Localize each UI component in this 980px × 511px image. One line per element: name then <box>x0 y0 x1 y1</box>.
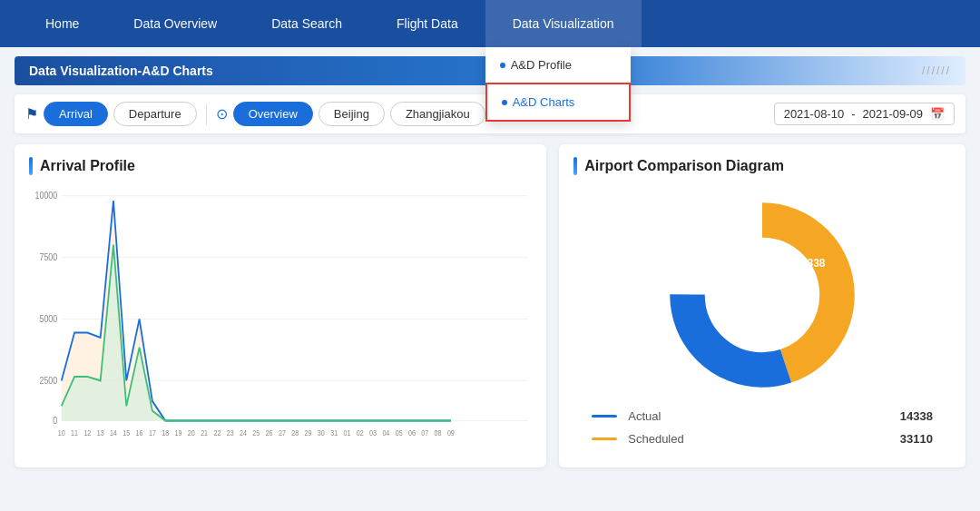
svg-text:14338: 14338 <box>795 257 826 270</box>
airport-chart-card: Airport Comparison Diagram <box>559 144 965 467</box>
svg-marker-11 <box>62 245 528 421</box>
svg-text:31: 31 <box>330 428 338 437</box>
donut-chart-wrapper: 33110 14338 Actual 14338 Scheduled 33110 <box>573 186 951 455</box>
airport-title-bar-decoration <box>573 157 577 175</box>
svg-text:24: 24 <box>240 428 247 437</box>
dropdown-ad-charts[interactable]: A&D Charts <box>485 83 631 122</box>
zhangjiakou-btn[interactable]: Zhangjiakou <box>390 102 485 126</box>
date-range-picker[interactable]: 2021-08-10 - 2021-09-09 📅 <box>774 103 955 125</box>
svg-text:2500: 2500 <box>39 375 57 386</box>
ad-profile-dot <box>500 63 505 68</box>
ad-charts-label: A&D Charts <box>513 95 575 109</box>
arrival-chart-title: Arrival Profile <box>29 157 532 175</box>
legend-scheduled-value: 33110 <box>900 432 933 446</box>
donut-svg: 33110 14338 <box>662 195 862 395</box>
flag-icon: ⚑ <box>25 105 38 123</box>
svg-text:20: 20 <box>188 428 195 437</box>
page-title-right-decoration: ////// <box>922 64 951 77</box>
svg-text:33110: 33110 <box>724 310 758 323</box>
chart-legend: Actual 14338 Scheduled 33110 <box>573 409 951 446</box>
nav-home[interactable]: Home <box>18 0 106 47</box>
svg-text:04: 04 <box>382 428 389 437</box>
svg-text:08: 08 <box>435 428 442 437</box>
svg-text:25: 25 <box>252 428 260 437</box>
svg-text:29: 29 <box>305 428 312 437</box>
svg-text:30: 30 <box>318 428 325 437</box>
nav-data-search[interactable]: Data Search <box>244 0 369 47</box>
nav-dropdown: A&D Profile A&D Charts <box>485 47 631 122</box>
arrival-chart-title-text: Arrival Profile <box>40 158 135 174</box>
location-icon: ⊙ <box>216 105 228 123</box>
departure-btn[interactable]: Departure <box>113 102 197 126</box>
svg-text:27: 27 <box>279 428 286 437</box>
airport-chart-title-text: Airport Comparison Diagram <box>584 158 784 174</box>
legend-scheduled-line <box>592 437 617 440</box>
overview-btn[interactable]: Overview <box>233 102 313 126</box>
svg-text:12: 12 <box>83 428 91 437</box>
ad-charts-dot <box>502 100 507 105</box>
arrival-btn[interactable]: Arrival <box>44 102 108 126</box>
top-navigation: Home Data Overview Data Search Flight Da… <box>0 0 980 47</box>
svg-text:5000: 5000 <box>39 313 57 324</box>
date-separator: - <box>851 107 855 121</box>
legend-actual-label: Actual <box>628 409 889 423</box>
svg-text:01: 01 <box>343 428 350 437</box>
nav-data-overview[interactable]: Data Overview <box>106 0 244 47</box>
calendar-icon: 📅 <box>930 107 945 121</box>
svg-text:22: 22 <box>213 428 220 437</box>
date-end: 2021-09-09 <box>863 107 924 121</box>
arrival-title-bar-decoration <box>29 157 33 175</box>
svg-text:14: 14 <box>110 428 117 437</box>
svg-text:07: 07 <box>421 428 428 437</box>
svg-text:19: 19 <box>175 428 182 437</box>
svg-text:10: 10 <box>58 428 65 437</box>
nav-data-visualization-wrapper: Data Visualization A&D Profile A&D Chart… <box>485 0 642 47</box>
svg-text:18: 18 <box>162 428 169 437</box>
arrival-svg: 10000 7500 5000 2500 0 10 11 <box>29 186 532 440</box>
svg-text:7500: 7500 <box>39 251 57 262</box>
legend-actual-line <box>592 415 617 418</box>
svg-text:11: 11 <box>71 428 78 437</box>
svg-text:28: 28 <box>291 428 299 437</box>
filter-divider <box>206 103 207 125</box>
legend-actual-value: 14338 <box>900 409 933 423</box>
legend-actual: Actual 14338 <box>592 409 933 423</box>
svg-text:10000: 10000 <box>34 190 57 201</box>
ad-profile-label: A&D Profile <box>511 58 572 72</box>
svg-text:0: 0 <box>53 415 57 426</box>
svg-text:17: 17 <box>149 428 156 437</box>
legend-scheduled: Scheduled 33110 <box>592 432 933 446</box>
nav-data-visualization[interactable]: Data Visualization <box>485 0 642 47</box>
svg-text:26: 26 <box>266 428 273 437</box>
svg-text:23: 23 <box>227 428 234 437</box>
svg-text:06: 06 <box>408 428 416 437</box>
svg-text:02: 02 <box>357 428 364 437</box>
charts-row: Arrival Profile 10000 7500 5000 2500 0 <box>15 144 965 467</box>
dropdown-ad-profile[interactable]: A&D Profile <box>485 47 631 83</box>
svg-text:16: 16 <box>136 428 143 437</box>
legend-scheduled-label: Scheduled <box>628 432 889 446</box>
beijing-btn[interactable]: Beijing <box>318 102 385 126</box>
airport-chart-title: Airport Comparison Diagram <box>573 157 951 175</box>
page-title: Data Visualization-A&D Charts <box>29 64 213 78</box>
arrival-line-chart: 10000 7500 5000 2500 0 10 11 <box>29 186 532 440</box>
svg-text:05: 05 <box>396 428 403 437</box>
svg-text:15: 15 <box>122 428 130 437</box>
date-start: 2021-08-10 <box>784 107 845 121</box>
svg-text:09: 09 <box>447 428 455 437</box>
svg-text:21: 21 <box>201 428 208 437</box>
svg-text:13: 13 <box>97 428 104 437</box>
arrival-chart-card: Arrival Profile 10000 7500 5000 2500 0 <box>15 144 546 467</box>
nav-flight-data[interactable]: Flight Data <box>369 0 485 47</box>
svg-text:03: 03 <box>369 428 377 437</box>
